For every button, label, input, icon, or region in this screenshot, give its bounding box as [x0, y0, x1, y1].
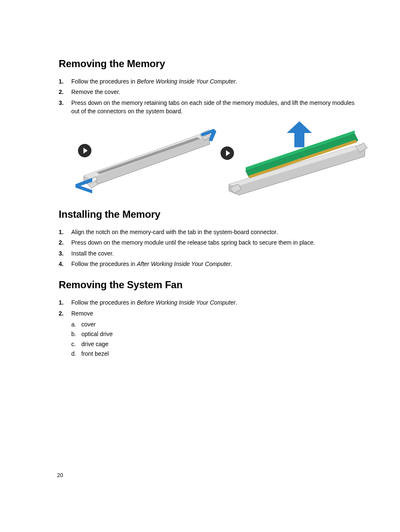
step-item: Press down on the memory module until th… — [59, 238, 362, 247]
step-text-em: After Working Inside Your Computer — [137, 261, 231, 267]
steps-installing-memory: Align the notch on the memory-card with … — [59, 228, 362, 268]
substep-item: cover — [71, 320, 362, 329]
memory-module-lift-illustration — [221, 121, 371, 197]
step-text: Press down on the memory retaining tabs … — [71, 99, 354, 115]
step-text-em: Before Working Inside Your Computer — [137, 78, 236, 85]
heading-removing-system-fan: Removing the System Fan — [59, 279, 362, 291]
section-removing-memory: Removing the Memory Follow the procedure… — [59, 58, 362, 197]
section-removing-system-fan: Removing the System Fan Follow the proce… — [59, 279, 362, 358]
step-text-pre: Follow the procedures in — [71, 78, 137, 85]
svg-marker-2 — [96, 137, 200, 174]
step-text: Remove — [71, 310, 93, 317]
svg-marker-17 — [287, 121, 312, 133]
steps-removing-memory: Follow the procedures in Before Working … — [59, 77, 362, 115]
step-text-post: . — [236, 78, 237, 85]
step-text-post: . — [236, 299, 237, 306]
substep-item: drive cage — [71, 340, 362, 348]
step-item: Install the cover. — [59, 249, 362, 258]
page-number: 20 — [57, 472, 63, 478]
step-item: Press down on the memory retaining tabs … — [59, 99, 362, 116]
substep-text: optical drive — [81, 331, 113, 337]
step-text-pre: Follow the procedures in — [71, 261, 137, 267]
step-item: Follow the procedures in After Working I… — [59, 260, 362, 268]
step-text: Install the cover. — [71, 250, 114, 257]
step-text: Press down on the memory module until th… — [71, 239, 315, 246]
step-text-pre: Follow the procedures in — [71, 299, 137, 306]
play-icon[interactable] — [78, 144, 91, 157]
memory-slot-open-illustration — [67, 121, 218, 197]
step-text: Align the notch on the memory-card with … — [71, 229, 278, 235]
substep-item: front bezel — [71, 349, 362, 358]
figure-row — [67, 121, 362, 197]
heading-installing-memory: Installing the Memory — [59, 209, 362, 220]
steps-removing-system-fan: Follow the procedures in Before Working … — [59, 298, 362, 358]
section-installing-memory: Installing the Memory Align the notch on… — [59, 209, 362, 268]
step-text-post: . — [231, 261, 232, 267]
substep-item: optical drive — [71, 330, 362, 338]
substep-text: cover — [81, 321, 96, 328]
step-item: Follow the procedures in Before Working … — [59, 298, 362, 307]
step-item: Follow the procedures in Before Working … — [59, 77, 362, 86]
step-text: Remove the cover. — [71, 89, 120, 95]
step-item: Align the notch on the memory-card with … — [59, 228, 362, 236]
substep-text: drive cage — [81, 341, 109, 347]
figure-left — [67, 121, 218, 197]
figure-right — [221, 121, 371, 197]
substep-text: front bezel — [81, 350, 109, 357]
step-text-em: Before Working Inside Your Computer — [137, 299, 236, 306]
heading-removing-memory: Removing the Memory — [59, 58, 362, 70]
substeps: cover optical drive drive cage front bez… — [71, 320, 362, 358]
step-item: Remove the cover. — [59, 88, 362, 96]
play-icon[interactable] — [221, 146, 234, 160]
step-item: Remove cover optical drive drive cage fr… — [59, 309, 362, 358]
manual-page: Removing the Memory Follow the procedure… — [0, 0, 400, 358]
